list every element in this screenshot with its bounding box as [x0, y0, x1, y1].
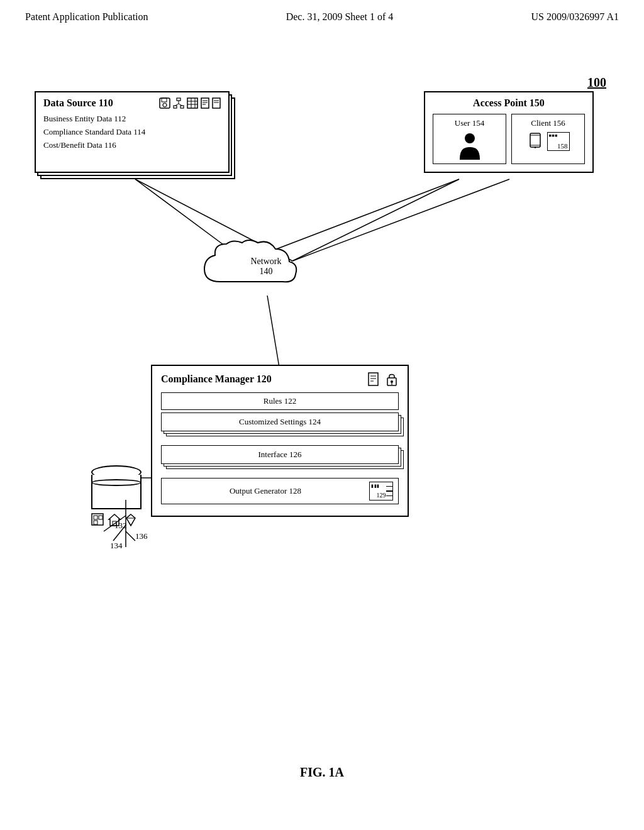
output-device-number: 129	[377, 492, 386, 499]
svg-rect-43	[94, 521, 97, 524]
output-device-box: ▮▮▮ 129	[369, 482, 393, 501]
svg-rect-8	[162, 98, 167, 102]
mobile-icon	[527, 133, 543, 150]
svg-point-28	[465, 133, 475, 143]
storage-icons-row	[91, 513, 142, 527]
header-left: Patent Application Publication	[25, 11, 148, 23]
network-label: Network 140	[231, 257, 301, 277]
output-generator-container: Output Generator 128 ▮▮▮ 129	[161, 478, 399, 504]
svg-line-2	[292, 179, 509, 261]
output-generator-label: Output Generator 128	[167, 486, 364, 496]
figure-caption: FIG. 1A	[0, 765, 644, 780]
svg-rect-12	[180, 106, 184, 108]
disk-icon	[159, 97, 170, 109]
svg-rect-42	[99, 516, 103, 519]
svg-rect-45	[113, 521, 116, 526]
interface-stack: Interface 126	[161, 445, 399, 468]
rules-box: Rules 122	[161, 392, 399, 410]
device-number: 158	[557, 142, 568, 150]
data-source-icons	[159, 97, 221, 109]
header-right: US 2009/0326997 A1	[531, 11, 619, 23]
label-134: 134	[110, 541, 123, 551]
doc-icon-2	[212, 97, 221, 109]
svg-rect-16	[187, 98, 197, 108]
compliance-manager-box: Compliance Manager 120 Rules 122 Customi…	[151, 365, 409, 517]
svg-rect-11	[174, 106, 177, 108]
output-generator-box: Output Generator 128 ▮▮▮ 129	[161, 478, 399, 504]
client-content: ■■■ 158	[527, 132, 570, 151]
access-point-inner: User 154 Client 156 ■■■	[433, 114, 585, 164]
customized-settings-label: Customized Settings 124	[161, 412, 399, 431]
page-header: Patent Application Publication Dec. 31, …	[0, 0, 644, 29]
figure-number: 100	[587, 75, 606, 90]
compliance-title-row: Compliance Manager 120	[161, 372, 399, 386]
access-point-box: Access Point 150 User 154 Client 156	[424, 91, 594, 173]
cyl-line	[91, 479, 142, 486]
cm-doc-icon	[367, 372, 381, 386]
storage-icon-2	[108, 513, 121, 527]
customized-settings-stack: Customized Settings 124	[161, 412, 399, 435]
svg-point-32	[534, 147, 535, 148]
svg-rect-10	[177, 98, 180, 101]
storage-cylinder	[91, 465, 142, 509]
cm-lock-icon	[385, 372, 399, 386]
user-box: User 154	[433, 114, 506, 164]
paper-lines	[386, 482, 392, 500]
client-label: Client 156	[531, 118, 565, 128]
svg-rect-33	[369, 373, 378, 385]
access-point-title: Access Point 150	[433, 97, 585, 109]
storage-group	[91, 465, 142, 527]
svg-point-9	[163, 103, 167, 107]
compliance-icons	[367, 372, 399, 386]
svg-rect-41	[94, 516, 97, 519]
svg-line-1	[292, 179, 459, 261]
label-136: 136	[135, 531, 148, 541]
storage-icon-1	[91, 513, 105, 527]
svg-line-5	[267, 296, 280, 371]
person-icon	[458, 132, 481, 160]
data-source-item-2: Compliance Standard Data 114	[43, 126, 221, 139]
data-source-items: Business Entity Data 112 Compliance Stan…	[43, 113, 221, 152]
user-label: User 154	[455, 118, 484, 128]
data-source-title: Data Source 110	[43, 97, 113, 109]
data-source-box: Data Source 110 Business Entity Data 112…	[35, 91, 230, 173]
svg-marker-46	[126, 514, 135, 526]
header-center: Dec. 31, 2009 Sheet 1 of 4	[286, 11, 394, 23]
svg-rect-21	[201, 98, 209, 108]
data-source-header: Data Source 110	[43, 97, 221, 109]
svg-line-51	[126, 531, 135, 541]
doc-icon-1	[201, 97, 209, 109]
data-source-item-1: Business Entity Data 112	[43, 113, 221, 126]
interface-label: Interface 126	[161, 445, 399, 464]
compliance-title: Compliance Manager 120	[161, 374, 272, 385]
output-device-dots: ▮▮▮	[371, 484, 380, 489]
rules-label: Rules 122	[264, 396, 296, 406]
device-dots: ■■■	[549, 133, 558, 138]
svg-rect-25	[213, 98, 220, 108]
svg-marker-44	[109, 514, 120, 526]
svg-point-38	[391, 380, 393, 383]
table-icon	[187, 97, 198, 109]
network-icon	[173, 97, 184, 109]
data-source-item-3: Cost/Benefit Data 116	[43, 139, 221, 152]
device-box-158: ■■■ 158	[547, 132, 570, 151]
storage-icon-3	[124, 513, 138, 527]
client-box: Client 156 ■■■ 158	[511, 114, 585, 164]
